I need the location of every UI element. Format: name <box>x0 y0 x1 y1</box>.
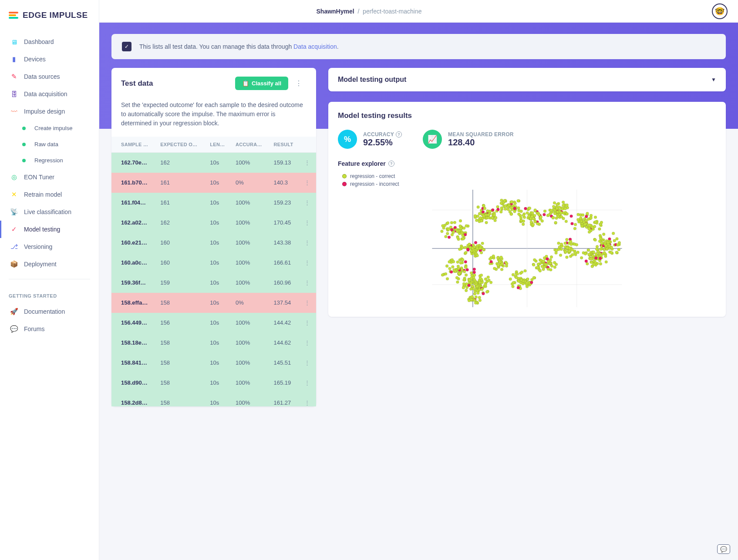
scatter-point-correct[interactable] <box>532 263 536 266</box>
scatter-point-correct[interactable] <box>591 226 594 229</box>
scatter-point-correct[interactable] <box>465 289 468 292</box>
scatter-point-correct[interactable] <box>441 274 444 277</box>
scatter-point-correct[interactable] <box>505 262 508 265</box>
scatter-point-correct[interactable] <box>480 251 483 254</box>
scatter-point-correct[interactable] <box>591 265 594 268</box>
scatter-point-correct[interactable] <box>520 210 523 213</box>
scatter-point-correct[interactable] <box>453 221 456 224</box>
scatter-point-correct[interactable] <box>550 209 553 212</box>
nav-sub-create-impulse[interactable]: Create impulse <box>0 120 99 136</box>
scatter-point-correct[interactable] <box>613 239 616 242</box>
row-menu-button[interactable]: ⋮ <box>300 373 316 393</box>
scatter-point-correct[interactable] <box>479 217 482 220</box>
nav-item-versioning[interactable]: ⎇Versioning <box>0 238 99 255</box>
scatter-point-incorrect[interactable] <box>570 215 573 218</box>
table-header[interactable]: SAMPLE … <box>111 137 156 153</box>
scatter-point-correct[interactable] <box>517 207 520 210</box>
scatter-point-correct[interactable] <box>568 250 571 253</box>
scatter-point-correct[interactable] <box>553 266 556 269</box>
scatter-point-correct[interactable] <box>448 267 452 270</box>
scatter-point-correct[interactable] <box>465 251 468 254</box>
scatter-point-correct[interactable] <box>491 216 494 219</box>
scatter-point-correct[interactable] <box>542 260 545 263</box>
info-icon[interactable]: ? <box>388 161 394 167</box>
nav-sub-regression[interactable]: Regression <box>0 152 99 168</box>
nav-item-live-classification[interactable]: 📡Live classification <box>0 203 99 221</box>
scatter-point-correct[interactable] <box>499 211 502 214</box>
table-row[interactable]: 158.effa… 158 10s 0% 137.54 ⋮ <box>111 293 316 313</box>
scatter-point-incorrect[interactable] <box>450 271 453 274</box>
scatter-point-correct[interactable] <box>445 265 448 268</box>
scatter-point-correct[interactable] <box>566 238 569 241</box>
scatter-point-correct[interactable] <box>526 278 529 281</box>
scatter-point-incorrect[interactable] <box>450 228 453 231</box>
scatter-point-correct[interactable] <box>488 279 491 282</box>
row-menu-button[interactable]: ⋮ <box>300 233 316 253</box>
scatter-point-correct[interactable] <box>452 260 455 263</box>
scatter-point-correct[interactable] <box>564 207 567 210</box>
scatter-point-correct[interactable] <box>462 238 465 241</box>
scatter-point-correct[interactable] <box>580 217 583 220</box>
scatter-point-correct[interactable] <box>569 240 572 243</box>
scatter-point-correct[interactable] <box>463 278 466 282</box>
table-row[interactable]: 162.70e… 162 10s 100% 159.13 ⋮ <box>111 153 316 173</box>
nav-item-data-acquisition[interactable]: 🗄Data acquisition <box>0 85 99 103</box>
scatter-point-correct[interactable] <box>500 256 503 259</box>
scatter-point-correct[interactable] <box>562 204 565 207</box>
scatter-point-correct[interactable] <box>480 219 483 222</box>
scatter-point-incorrect[interactable] <box>490 260 493 263</box>
scatter-point-correct[interactable] <box>458 248 461 251</box>
scatter-point-correct[interactable] <box>475 296 478 299</box>
breadcrumb-user[interactable]: ShawnHymel <box>317 8 354 15</box>
nav-item-devices[interactable]: ▮Devices <box>0 50 99 68</box>
scatter-point-correct[interactable] <box>448 228 451 231</box>
scatter-point-correct[interactable] <box>577 213 580 216</box>
scatter-point-correct[interactable] <box>590 258 593 261</box>
scatter-point-correct[interactable] <box>479 299 482 302</box>
scatter-point-correct[interactable] <box>473 245 476 248</box>
scatter-point-correct[interactable] <box>485 221 488 224</box>
nav-documentation[interactable]: 🚀Documentation <box>0 303 99 320</box>
scatter-point-correct[interactable] <box>583 223 586 226</box>
scatter-point-correct[interactable] <box>550 265 553 268</box>
scatter-point-correct[interactable] <box>493 267 496 270</box>
row-menu-button[interactable]: ⋮ <box>300 353 316 373</box>
scatter-point-incorrect[interactable] <box>491 208 494 211</box>
scatter-point-correct[interactable] <box>475 219 478 222</box>
scatter-point-correct[interactable] <box>465 225 468 228</box>
row-menu-button[interactable]: ⋮ <box>300 173 316 193</box>
nav-item-retrain-model[interactable]: ✕Retrain model <box>0 186 99 203</box>
nav-sub-raw-data[interactable]: Raw data <box>0 136 99 152</box>
scatter-point-correct[interactable] <box>536 266 539 269</box>
breadcrumb-project[interactable]: perfect-toast-machine <box>363 8 421 15</box>
row-menu-button[interactable]: ⋮ <box>300 393 316 407</box>
scatter-point-correct[interactable] <box>555 251 558 255</box>
scatter-point-correct[interactable] <box>526 282 529 285</box>
scatter-point-correct[interactable] <box>577 218 580 221</box>
row-menu-button[interactable]: ⋮ <box>300 253 316 273</box>
scatter-point-correct[interactable] <box>573 251 576 255</box>
scatter-point-correct[interactable] <box>552 216 555 219</box>
scatter-point-incorrect[interactable] <box>599 257 602 260</box>
scatter-point-correct[interactable] <box>600 248 603 251</box>
scatter-point-correct[interactable] <box>590 261 593 264</box>
scatter-point-correct[interactable] <box>469 288 472 291</box>
scatter-point-correct[interactable] <box>603 251 606 255</box>
table-row[interactable]: 156.449… 156 10s 100% 144.42 ⋮ <box>111 313 316 333</box>
scatter-point-correct[interactable] <box>555 217 558 220</box>
scatter-point-correct[interactable] <box>465 266 468 269</box>
scatter-point-correct[interactable] <box>594 216 597 219</box>
scatter-point-correct[interactable] <box>500 202 503 205</box>
scatter-point-correct[interactable] <box>456 236 459 239</box>
scatter-point-correct[interactable] <box>496 205 499 208</box>
scatter-point-correct[interactable] <box>517 280 520 283</box>
scatter-point-correct[interactable] <box>473 299 476 302</box>
table-row[interactable]: 158.d90… 158 10s 100% 165.19 ⋮ <box>111 373 316 393</box>
scatter-point-correct[interactable] <box>484 283 487 286</box>
scatter-point-correct[interactable] <box>598 228 601 231</box>
scatter-point-correct[interactable] <box>504 205 507 208</box>
scatter-point-correct[interactable] <box>446 221 449 225</box>
scatter-point-correct[interactable] <box>554 221 557 224</box>
scatter-point-correct[interactable] <box>584 252 587 255</box>
scatter-point-correct[interactable] <box>481 242 484 245</box>
